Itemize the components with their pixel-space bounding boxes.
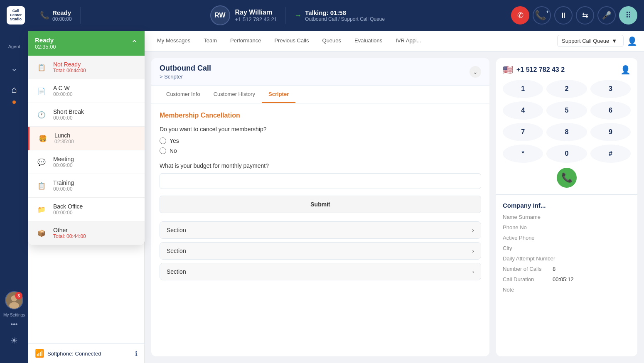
tab-previous-calls[interactable]: Previous Calls (268, 31, 315, 52)
sidebar-item-arrow[interactable]: ⌄ (5, 59, 23, 77)
dial-key-4[interactable]: 4 (503, 101, 543, 120)
caller-phone: +1 512 782 43 21 (235, 16, 278, 22)
tab-evaluations[interactable]: Evaluations (349, 31, 388, 52)
tab-team[interactable]: Team (198, 31, 223, 52)
question1: Do you want to cancel your membership? (160, 126, 481, 132)
sidebar-item-settings[interactable]: ☀ (5, 331, 23, 350)
status-item-other[interactable]: 📦 Other Total: 00:44:00 (28, 221, 145, 245)
contacts-nav-icon[interactable]: 👤 (627, 36, 637, 46)
budget-input[interactable] (160, 173, 481, 189)
dial-key-1[interactable]: 1 (503, 80, 543, 98)
tab-my-messages[interactable]: My Messages (151, 31, 196, 52)
status-item-back-office[interactable]: 📁 Back Office 00:00:00 (28, 198, 145, 221)
dial-key-2[interactable]: 2 (546, 80, 587, 98)
tab-customer-info[interactable]: Customer Info (160, 86, 207, 103)
info-label-daily-attempt: Daily Attempt Number (503, 255, 555, 262)
status-item-not-ready[interactable]: 📋 Not Ready Total: 00:44:00 (28, 56, 145, 79)
accordion-header-2[interactable]: Section › (160, 243, 481, 259)
tab-scripter[interactable]: Scripter (262, 86, 295, 103)
add-call-button[interactable]: 📞+ (533, 6, 551, 25)
dial-key-7[interactable]: 7 (503, 123, 543, 141)
softphone-status-icon: 📶 (35, 349, 44, 358)
tab-queues[interactable]: Queues (317, 31, 347, 52)
mute-button[interactable]: 🎤 (597, 6, 616, 25)
not-ready-info: Not Ready Total: 00:44:00 (53, 61, 138, 74)
dial-key-0[interactable]: 0 (546, 145, 587, 163)
accordion-label-2: Section (167, 248, 186, 254)
status-dropdown: Ready 02:35:00 ⌃ 📋 Not Ready Total: 00:4… (28, 31, 145, 245)
talking-section: → Talking: 01:58 Outbound Call / Support… (294, 9, 385, 22)
settings-dots: ••• (11, 321, 18, 328)
queue-select: Support Call Queue ▼ 👤 (557, 35, 637, 47)
dialpad-section: 🇺🇸 👤 1 2 3 4 5 6 7 8 9 * (496, 58, 637, 195)
info-row-name: Name Surname (503, 214, 631, 220)
info-label-name: Name Surname (503, 214, 553, 220)
radio-no[interactable]: No (160, 147, 481, 154)
back-office-time: 00:00:00 (53, 210, 138, 216)
tab-customer-history[interactable]: Customer History (207, 86, 262, 103)
talking-queue: Outbound Call / Support Call Queue (305, 16, 385, 22)
short-break-icon: 🕐 (35, 108, 48, 121)
header-divider2 (285, 7, 286, 24)
status-ready[interactable]: 📞 Ready 00:00:00 (40, 9, 72, 22)
acw-info: A C W 00:00:00 (53, 85, 138, 97)
nav-tabs: My Messages Team Performance Previous Ca… (145, 31, 644, 52)
radio-yes-input[interactable] (160, 137, 166, 144)
softphone-text: Softphone: Connected (47, 351, 101, 357)
other-label: Other (53, 227, 138, 233)
lunch-info: Lunch 02:35:00 (54, 132, 138, 145)
radio-yes-label: Yes (170, 137, 179, 144)
training-icon: 📋 (35, 179, 48, 192)
accordion-header-1[interactable]: Section › (160, 222, 481, 238)
info-value-call-duration: 00:05:12 (553, 276, 574, 282)
dial-key-8[interactable]: 8 (546, 123, 587, 141)
radio-yes[interactable]: Yes (160, 137, 481, 144)
dial-key-9[interactable]: 9 (590, 123, 631, 141)
softphone-info-icon[interactable]: ℹ (135, 350, 138, 358)
contacts-icon[interactable]: 👤 (620, 65, 631, 75)
agent-label: Agent (8, 44, 20, 49)
dial-key-3[interactable]: 3 (590, 80, 631, 98)
current-status-label: Ready (35, 37, 56, 44)
status-item-lunch[interactable]: 🍔 Lunch 02:35:00 (28, 127, 145, 150)
queue-dropdown[interactable]: Support Call Queue ▼ (557, 35, 624, 47)
collapse-button[interactable]: ⌄ (469, 66, 481, 78)
acw-time: 00:00:00 (53, 91, 138, 97)
status-item-training[interactable]: 📋 Training 00:00:00 (28, 174, 145, 198)
sidebar-item-user[interactable]: 3 (5, 291, 23, 309)
hold-button[interactable]: ⏸ (554, 6, 573, 25)
dial-call-button[interactable]: 📞 (557, 168, 577, 188)
status-item-meeting[interactable]: 💬 Meeting 00:09:00 (28, 150, 145, 174)
acw-label: A C W (53, 85, 138, 91)
transfer-button[interactable]: ⇆ (576, 6, 594, 25)
status-dropdown-header[interactable]: Ready 02:35:00 ⌃ (28, 31, 145, 56)
status-item-acw[interactable]: 📄 A C W 00:00:00 (28, 79, 145, 103)
status-item-short-break[interactable]: 🕐 Short Break 00:00:00 (28, 103, 145, 127)
home-dot (12, 101, 16, 104)
back-office-info: Back Office 00:00:00 (53, 203, 138, 216)
radio-no-input[interactable] (160, 147, 166, 154)
dial-key-hash[interactable]: # (590, 145, 631, 163)
submit-button[interactable]: Submit (160, 196, 481, 213)
dial-key-star[interactable]: * (503, 145, 543, 163)
info-row-call-duration: Call Duration 00:05:12 (503, 276, 631, 282)
accordion-header-3[interactable]: Section › (160, 263, 481, 280)
radio-group: Yes No (160, 137, 481, 154)
phone-number-input[interactable] (516, 66, 617, 74)
info-row-daily-attempt: Daily Attempt Number (503, 255, 631, 262)
scripter-section: Membership Cancellation Do you want to c… (151, 103, 489, 221)
end-call-button[interactable]: ✆ (511, 6, 529, 25)
tab-performance[interactable]: Performance (224, 31, 267, 52)
grid-button[interactable]: ⠿ (619, 6, 637, 25)
content-area: Outbound Call > Scripter ⌄ Customer Info… (145, 52, 644, 363)
tab-ivr[interactable]: IVR Appl... (390, 31, 427, 52)
meeting-icon: 💬 (35, 155, 48, 169)
info-row-note: Note (503, 287, 631, 293)
info-label-city: City (503, 245, 553, 251)
dial-key-6[interactable]: 6 (590, 101, 631, 120)
company-info-section: Company Inf... Name Surname Phone No Act… (496, 195, 637, 356)
sidebar-item-home[interactable]: ⌂ (5, 81, 23, 99)
dial-key-5[interactable]: 5 (546, 101, 587, 120)
other-icon: 📦 (35, 226, 48, 240)
training-time: 00:00:00 (53, 186, 138, 192)
